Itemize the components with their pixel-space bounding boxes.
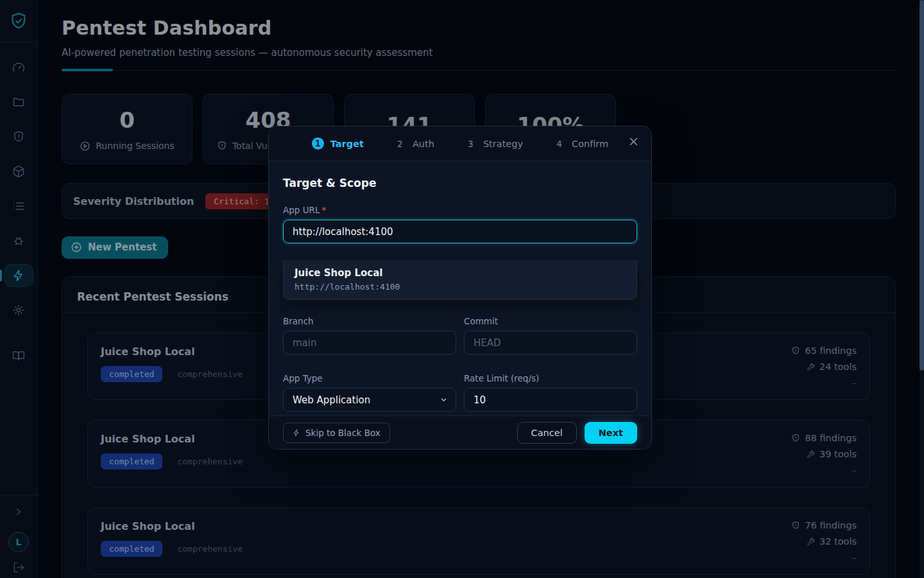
step-confirm[interactable]: 4 Confirm (553, 139, 608, 149)
rate-limit-label: Rate Limit (req/s) (464, 373, 637, 382)
modal-footer: Skip to Black Box Cancel Next (269, 416, 651, 449)
app-url-label: App URL* (283, 205, 637, 214)
next-button[interactable]: Next (585, 422, 637, 444)
cancel-button[interactable]: Cancel (517, 422, 577, 444)
app-url-input[interactable] (283, 220, 637, 243)
rate-limit-input[interactable] (464, 388, 637, 412)
close-icon[interactable] (628, 136, 639, 147)
scrollbar-thumb[interactable] (920, 0, 924, 371)
branch-input[interactable] (283, 331, 456, 355)
step-strategy[interactable]: 3 Strategy (465, 139, 523, 149)
app-type-label: App Type (283, 373, 456, 382)
modal-stepper: 1 Target 2 Auth 3 Strategy 4 Confirm (269, 127, 651, 161)
zap-icon (293, 429, 300, 437)
chevron-down-icon (440, 396, 448, 404)
required-asterisk: * (321, 205, 326, 214)
step-target[interactable]: 1 Target (312, 137, 364, 150)
commit-label: Commit (464, 316, 637, 325)
step-auth[interactable]: 2 Auth (394, 139, 434, 149)
suggestion-url: http://localhost:4100 (295, 282, 626, 292)
branch-label: Branch (283, 316, 456, 325)
app-type-select[interactable]: Web Application (283, 388, 456, 412)
commit-input[interactable] (464, 331, 637, 355)
skip-black-box-button[interactable]: Skip to Black Box (283, 423, 390, 443)
url-suggestion-item[interactable]: Juice Shop Local http://localhost:4100 (283, 260, 637, 300)
modal-section-title: Target & Scope (283, 177, 637, 189)
suggestion-title: Juice Shop Local (295, 267, 626, 279)
new-pentest-modal: 1 Target 2 Auth 3 Strategy 4 Confirm Tar… (268, 126, 652, 450)
